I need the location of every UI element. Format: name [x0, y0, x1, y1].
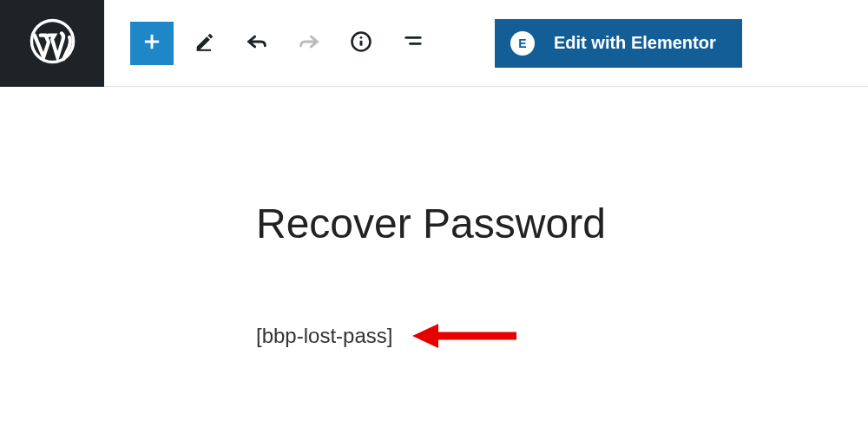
editor-content: Recover Password [bbp-lost-pass]	[0, 87, 868, 353]
undo-icon	[245, 30, 269, 57]
annotation-arrow	[408, 319, 521, 353]
editor-topbar: E Edit with Elementor	[0, 0, 868, 87]
add-block-button[interactable]	[130, 22, 174, 65]
pencil-icon	[193, 30, 217, 57]
edit-mode-button[interactable]	[184, 23, 226, 64]
info-button[interactable]	[340, 23, 382, 64]
undo-button[interactable]	[236, 23, 278, 64]
svg-point-6	[360, 36, 363, 38]
shortcode-block-row: [bbp-lost-pass]	[256, 319, 868, 353]
svg-marker-10	[412, 324, 438, 348]
info-icon	[349, 30, 373, 57]
redo-icon	[297, 30, 321, 57]
page-title[interactable]: Recover Password	[256, 200, 868, 247]
plus-icon	[140, 30, 164, 57]
edit-with-elementor-button[interactable]: E Edit with Elementor	[495, 19, 742, 68]
wordpress-icon	[29, 17, 76, 69]
shortcode-block[interactable]: [bbp-lost-pass]	[256, 324, 392, 348]
toolbar-icons-group	[130, 22, 434, 65]
svg-rect-3	[197, 49, 211, 50]
wordpress-logo-button[interactable]	[0, 0, 104, 87]
elementor-icon: E	[510, 31, 535, 56]
outline-button[interactable]	[392, 23, 434, 64]
edit-with-elementor-label: Edit with Elementor	[554, 33, 716, 53]
list-icon	[401, 30, 425, 57]
redo-button[interactable]	[288, 23, 330, 64]
